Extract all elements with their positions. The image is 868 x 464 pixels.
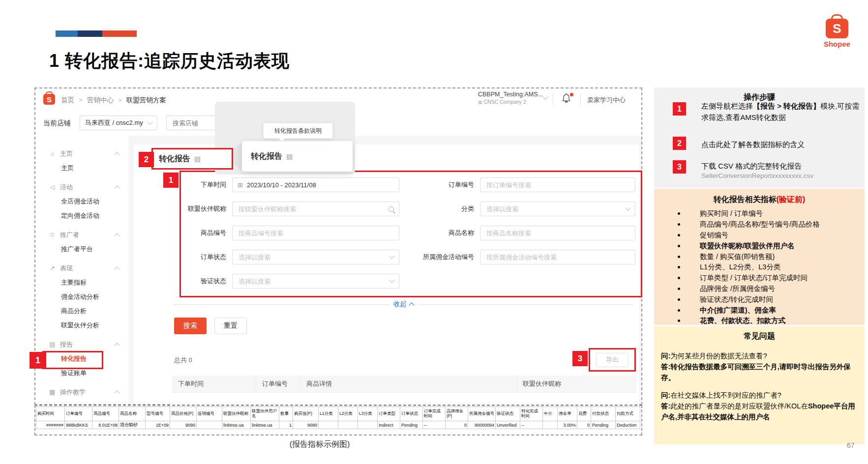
filter-label-order-status: 订单状态 bbox=[181, 250, 226, 264]
tutorial-icon: ▦ bbox=[48, 388, 57, 396]
breadcrumb-home[interactable]: 首页 bbox=[61, 96, 74, 104]
shopee-small-logo-icon[interactable]: S bbox=[43, 94, 55, 105]
metric-bullet: 促销编号 bbox=[654, 230, 865, 241]
notification-bell-icon[interactable] bbox=[562, 93, 573, 106]
tooltip-popup-card: 转化报告 ▤ bbox=[242, 141, 353, 172]
collapse-link[interactable]: 收起 bbox=[393, 300, 414, 309]
bullet-dot bbox=[678, 245, 680, 247]
csv-cell: 1E+09 bbox=[146, 421, 170, 429]
metrics-title-red: (验证前) bbox=[777, 195, 806, 203]
csv-col-header: 品牌佣金(P) bbox=[446, 407, 468, 421]
sidebar-item-商品分析[interactable]: 商品分析 bbox=[35, 304, 129, 318]
order-status-select-input[interactable] bbox=[238, 253, 390, 261]
campaign-id-input-wrap bbox=[480, 250, 635, 264]
csv-col-header: L2分类 bbox=[338, 407, 358, 421]
popup-title: 转化报告 bbox=[251, 151, 282, 162]
csv-cell: Deduction bbox=[616, 421, 640, 429]
bullet-dot bbox=[678, 266, 680, 268]
account-menu[interactable]: CBBPM_Testing:AMS... ▦CNSC Company 2 bbox=[478, 91, 542, 105]
csv-col-header: 扣款方式 bbox=[616, 407, 640, 421]
bullet-dot bbox=[678, 256, 680, 258]
account-name: CBBPM_Testing:AMS... bbox=[478, 91, 542, 98]
affiliate-input[interactable] bbox=[238, 205, 386, 213]
date-range-input[interactable]: ⊞ 2023/10/10 - 2023/11/08 bbox=[232, 177, 399, 192]
bullet-dot bbox=[678, 212, 680, 215]
sidebar-group-活动[interactable]: ◁活动 bbox=[35, 180, 129, 194]
export-button[interactable]: 导出 bbox=[596, 353, 629, 367]
order-status-select[interactable] bbox=[232, 250, 399, 264]
csv-cell: 1 bbox=[279, 421, 293, 429]
sidebar-group-推广者[interactable]: ✩推广者 bbox=[35, 228, 129, 242]
affiliate-input-wrap bbox=[232, 202, 399, 216]
metric-bullet: 花费、付款状态、扣款方式 bbox=[654, 316, 865, 326]
bullet-dot bbox=[678, 298, 680, 301]
csv-cell: 988kdIKKS bbox=[65, 421, 92, 429]
annotation-badge-2: 2 bbox=[139, 152, 154, 167]
csv-col-header: 佣金率 bbox=[558, 407, 577, 421]
csv-cell: 9090 bbox=[170, 421, 197, 429]
breadcrumb-marketing[interactable]: 营销中心 bbox=[87, 96, 114, 104]
metrics-section: 转化报告相关指标(验证前) 购买时间 / 订单编号商品编号/商品名称/型号编号/… bbox=[654, 189, 865, 325]
csv-cell bbox=[358, 421, 378, 429]
list-icon[interactable]: ▤ bbox=[194, 155, 201, 163]
chevron-down-icon bbox=[147, 119, 152, 124]
sidebar-item-定向佣金活动[interactable]: 定向佣金活动 bbox=[35, 208, 129, 223]
sidebar-item-推广者平台[interactable]: 推广者平台 bbox=[35, 242, 129, 256]
campaign-id-input[interactable] bbox=[485, 253, 630, 261]
chevron-down-icon bbox=[625, 205, 630, 210]
breadcrumb: 首页>营销中心>联盟营销方案 bbox=[61, 96, 166, 105]
col-affiliate: 联盟伙伴昵称 bbox=[516, 376, 636, 392]
sidebar-group-主页[interactable]: ⌂主页 bbox=[35, 146, 129, 161]
step-badge-1: 1 bbox=[673, 102, 686, 116]
verify-status-select-input[interactable] bbox=[238, 277, 390, 286]
category-select-input[interactable] bbox=[485, 205, 626, 213]
bullet-dot bbox=[678, 223, 680, 226]
verify-status-select[interactable] bbox=[232, 274, 399, 289]
csv-cell: ####### bbox=[36, 421, 65, 429]
filter-label-item-id: 商品编号 bbox=[181, 226, 226, 240]
account-company: ▦CNSC Company 2 bbox=[478, 99, 542, 105]
breadcrumb-separator: > bbox=[79, 96, 83, 104]
reset-button[interactable]: 重置 bbox=[214, 318, 247, 334]
step-badge-3: 3 bbox=[673, 160, 686, 174]
item-name-input-wrap bbox=[480, 226, 635, 240]
csv-cell: 8.01E+08 bbox=[92, 421, 119, 429]
csv-sample-table-wrap: 购买时间订单编号商品编号商品名称型号编号商品价格(P)促销编号联盟伙伴昵称联盟伙… bbox=[34, 405, 642, 435]
sidebar-item-联盟伙伴分析[interactable]: 联盟伙伴分析 bbox=[35, 318, 129, 332]
csv-cell: 0 bbox=[446, 421, 468, 429]
breadcrumb-current: 联盟营销方案 bbox=[126, 96, 166, 104]
figure-caption: (报告指标示例图) bbox=[211, 439, 428, 450]
csv-cell: 0 bbox=[577, 421, 591, 429]
sidebar-item-佣金活动分析[interactable]: 佣金活动分析 bbox=[35, 290, 129, 304]
sidebar-group-报告[interactable]: ▤报告 bbox=[35, 337, 129, 351]
search-button[interactable]: 搜索 bbox=[174, 318, 207, 334]
order-id-input[interactable] bbox=[485, 181, 630, 189]
csv-cell bbox=[319, 421, 338, 429]
metric-bullet: 商品编号/商品名称/型号编号/商品价格 bbox=[654, 219, 865, 230]
sidebar-item-全店佣金活动[interactable]: 全店佣金活动 bbox=[35, 194, 129, 208]
seller-learning-center-link[interactable]: 卖家学习中心 bbox=[587, 96, 626, 105]
current-store-label: 当前店铺 bbox=[43, 119, 71, 128]
decorative-bars bbox=[56, 30, 137, 37]
category-select[interactable] bbox=[480, 202, 635, 216]
faq-answer-1: 答:转化报告数据最多可回溯至三个月,请即时导出报告另外保存。 bbox=[661, 361, 858, 383]
sidebar-group-操作教学[interactable]: ▦操作教学 bbox=[35, 385, 129, 399]
sidebar-item-主要指标[interactable]: 主要指标 bbox=[35, 275, 129, 290]
annotation-box-sidebar bbox=[42, 351, 103, 369]
filter-label-campaign-id: 所属佣金活动编号 bbox=[382, 250, 474, 264]
csv-col-header: 联盟伙伴用户名 bbox=[251, 407, 279, 421]
store-select[interactable]: 马来西亚 / cnsc2.my bbox=[80, 116, 157, 130]
list-icon[interactable]: ▤ bbox=[286, 152, 293, 160]
csv-cell: 90000094 bbox=[468, 421, 496, 429]
csv-col-header: 订单类型 bbox=[378, 407, 400, 421]
chevron-down-icon[interactable] bbox=[542, 94, 548, 99]
item-name-input[interactable] bbox=[485, 229, 630, 237]
sidebar-group-表现[interactable]: ↗表现 bbox=[35, 261, 129, 275]
item-id-input[interactable] bbox=[238, 229, 394, 237]
dotted-divider bbox=[419, 304, 634, 305]
csv-data-row: #######988kdIKKS8.01E+08混合貓砂1E+099090lin… bbox=[36, 421, 640, 429]
csv-col-header: 商品价格(P) bbox=[170, 407, 197, 421]
sidebar-item-主页[interactable]: 主页 bbox=[35, 161, 129, 175]
csv-col-header: 促销编号 bbox=[197, 407, 222, 421]
chevron-up-icon bbox=[114, 266, 120, 272]
